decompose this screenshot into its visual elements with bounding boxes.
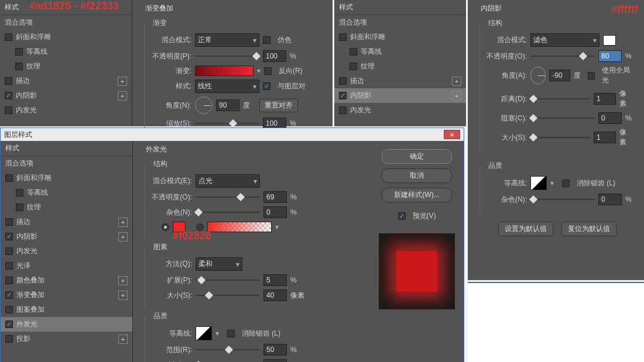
checkbox[interactable]: [16, 204, 23, 211]
style-outer-glow[interactable]: 外发光: [1, 317, 132, 332]
style-color-overlay[interactable]: 颜色叠加+: [1, 273, 132, 288]
gradient-swatch[interactable]: [207, 222, 272, 232]
plus-icon[interactable]: +: [118, 77, 127, 86]
blend-options[interactable]: 混合选项: [0, 15, 132, 30]
style-pattern-overlay[interactable]: 图案叠加: [1, 302, 132, 317]
checkbox[interactable]: [350, 63, 357, 70]
checkbox[interactable]: [15, 63, 23, 70]
plus-icon[interactable]: +: [452, 77, 461, 86]
noise-input[interactable]: 0: [263, 206, 287, 218]
angle-dial[interactable]: [195, 96, 213, 114]
size-slider[interactable]: [196, 291, 260, 299]
angle-input[interactable]: -90: [549, 70, 570, 81]
checkbox[interactable]: [5, 320, 13, 328]
anti-alias-checkbox[interactable]: [562, 180, 570, 187]
anti-alias-checkbox[interactable]: [227, 330, 235, 337]
checkbox[interactable]: [5, 174, 13, 182]
checkbox[interactable]: [16, 189, 23, 196]
checkbox[interactable]: [5, 33, 12, 41]
style-gradient-overlay[interactable]: 渐变叠加+: [1, 288, 132, 302]
opacity-slider[interactable]: [530, 52, 595, 60]
style-texture[interactable]: 纹理: [0, 59, 132, 74]
technique-select[interactable]: 柔和: [196, 257, 242, 271]
noise-slider[interactable]: [196, 208, 260, 216]
style-inner-shadow[interactable]: 内阴影+: [0, 88, 132, 103]
title-bar[interactable]: 图层样式 ✕: [1, 128, 464, 141]
color-radio[interactable]: [162, 223, 169, 231]
checkbox[interactable]: [5, 77, 12, 85]
checkbox[interactable]: [339, 77, 347, 85]
style-texture[interactable]: 纹理: [1, 200, 132, 215]
size-input[interactable]: 1: [594, 132, 616, 143]
plus-icon[interactable]: +: [118, 291, 128, 300]
opacity-input[interactable]: 69: [263, 191, 287, 203]
style-sheen[interactable]: 光泽: [1, 258, 132, 273]
checkbox[interactable]: [5, 247, 13, 255]
blend-mode-select[interactable]: 点光: [196, 174, 260, 188]
set-default-button[interactable]: 设置为默认值: [498, 222, 553, 236]
blend-options[interactable]: 混合选项: [1, 156, 132, 171]
contour-picker[interactable]: [530, 176, 547, 190]
checkbox[interactable]: [5, 306, 13, 313]
style-inner-glow[interactable]: 内发光: [334, 103, 466, 118]
opacity-slider[interactable]: [196, 193, 260, 201]
checkbox[interactable]: [339, 92, 347, 99]
checkbox[interactable]: [5, 218, 13, 226]
checkbox[interactable]: [5, 335, 13, 343]
style-contour[interactable]: 等高线: [334, 44, 466, 59]
noise-slider[interactable]: [530, 195, 595, 204]
align-layer-checkbox[interactable]: [263, 82, 270, 90]
contour-picker[interactable]: [196, 326, 212, 340]
checkbox[interactable]: [15, 48, 23, 56]
angle-input[interactable]: 90: [216, 99, 239, 111]
new-style-button[interactable]: 新建样式(W)...: [382, 188, 452, 202]
blend-mode-select[interactable]: 滤色: [530, 33, 600, 47]
jitter-input[interactable]: 0: [263, 359, 287, 362]
plus-icon[interactable]: +: [118, 335, 128, 344]
style-contour[interactable]: 等高线: [1, 185, 132, 200]
scale-slider[interactable]: [195, 119, 259, 127]
ok-button[interactable]: 确定: [382, 149, 452, 164]
spread-slider[interactable]: [196, 276, 260, 284]
style-contour[interactable]: 等高线: [0, 44, 132, 59]
style-stroke[interactable]: 描边+: [334, 74, 466, 88]
checkbox[interactable]: [5, 291, 13, 299]
close-icon[interactable]: ✕: [444, 130, 460, 139]
style-stroke[interactable]: 描边+: [0, 74, 132, 88]
angle-dial[interactable]: [530, 67, 546, 84]
style-inner-shadow[interactable]: 内阴影+: [334, 88, 466, 103]
size-slider[interactable]: [530, 133, 590, 142]
checkbox[interactable]: [5, 106, 12, 114]
opacity-input[interactable]: 100: [263, 50, 286, 62]
checkbox[interactable]: [5, 233, 13, 240]
opacity-input[interactable]: 80: [598, 50, 622, 62]
checkbox[interactable]: [5, 277, 13, 284]
style-bevel[interactable]: 斜面和浮雕: [0, 30, 132, 44]
range-input[interactable]: 50: [263, 344, 287, 356]
blend-options[interactable]: 混合选项: [334, 15, 466, 30]
checkbox[interactable]: [339, 106, 347, 114]
plus-icon[interactable]: +: [452, 91, 461, 101]
noise-input[interactable]: 0: [598, 194, 622, 205]
distance-slider[interactable]: [530, 95, 590, 103]
dither-checkbox[interactable]: [263, 36, 270, 44]
style-drop-shadow[interactable]: 投影+: [1, 332, 132, 346]
style-inner-shadow[interactable]: 内阴影+: [1, 229, 132, 244]
style-bevel[interactable]: 斜面和浮雕: [1, 171, 132, 185]
reverse-checkbox[interactable]: [264, 67, 272, 75]
style-inner-glow[interactable]: 内发光: [1, 244, 132, 258]
checkbox[interactable]: [5, 92, 12, 99]
preview-checkbox[interactable]: [398, 212, 406, 220]
style-bevel[interactable]: 斜面和浮雕: [334, 30, 466, 44]
choke-slider[interactable]: [530, 114, 595, 122]
checkbox[interactable]: [350, 48, 357, 56]
blend-mode-select[interactable]: 正常: [195, 33, 259, 47]
style-inner-glow[interactable]: 内发光: [0, 103, 132, 118]
global-light-checkbox[interactable]: [588, 72, 595, 80]
style-stroke[interactable]: 描边+: [1, 215, 132, 229]
plus-icon[interactable]: +: [118, 218, 128, 227]
opacity-slider[interactable]: [195, 52, 259, 60]
choke-input[interactable]: 0: [598, 112, 622, 124]
style-texture[interactable]: 纹理: [334, 59, 466, 74]
reset-default-button[interactable]: 复位为默认值: [561, 222, 616, 236]
